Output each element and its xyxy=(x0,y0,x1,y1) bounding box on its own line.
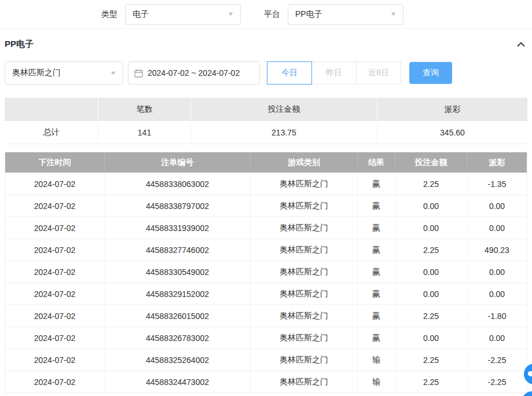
header-bet-id: 注单编号 xyxy=(105,152,251,173)
yesterday-button[interactable]: 昨日 xyxy=(311,61,357,85)
game-select-value: 奥林匹斯之门 xyxy=(12,68,61,78)
bet-id-cell: 44588326015002 xyxy=(105,305,251,327)
payout-cell: -2.25 xyxy=(467,371,527,393)
header-payout: 派彩 xyxy=(467,152,527,173)
table-row: 2024-07-02 44588338797002 奥林匹斯之门 赢 0.00 … xyxy=(5,195,527,217)
bet-id-cell: 44588324473002 xyxy=(105,371,251,393)
bet-id-cell: 44588326783002 xyxy=(105,327,251,349)
summary-header-payout: 派彩 xyxy=(377,98,527,121)
summary-header-amount: 投注金额 xyxy=(191,98,377,121)
bet-time-cell: 2024-07-02 xyxy=(5,283,105,305)
payout-cell: -2.25 xyxy=(467,349,527,371)
summary-header-row: 笔数 投注金额 派彩 xyxy=(5,98,527,121)
summary-table: 笔数 投注金额 派彩 总计 141 213.75 345.60 xyxy=(5,98,527,144)
amount-cell: 0.00 xyxy=(395,283,467,305)
summary-total-count: 141 xyxy=(98,121,191,144)
bet-time-cell: 2024-07-02 xyxy=(5,239,105,261)
bet-time-cell: 2024-07-02 xyxy=(5,195,105,217)
bet-id-cell: 44588331939002 xyxy=(105,217,251,239)
query-button[interactable]: 查询 xyxy=(409,62,452,84)
game-cell: 奥林匹斯之门 xyxy=(251,195,358,217)
bet-time-cell: 2024-07-02 xyxy=(5,327,105,349)
amount-cell: 2.25 xyxy=(395,305,467,327)
summary-total-label: 总计 xyxy=(5,121,98,144)
game-cell: 奥林匹斯之门 xyxy=(251,217,358,239)
bet-time-cell: 2024-07-02 xyxy=(5,305,105,327)
result-cell: 赢 xyxy=(358,239,395,261)
amount-cell: 2.25 xyxy=(395,173,467,195)
payout-cell: -1.35 xyxy=(467,173,527,195)
payout-cell: 0.00 xyxy=(467,195,527,217)
type-label: 类型 xyxy=(101,9,118,20)
collapse-chevron-up-icon[interactable] xyxy=(517,42,525,47)
payout-cell: 0.00 xyxy=(467,283,527,305)
amount-cell: 0.00 xyxy=(395,195,467,217)
amount-cell: 0.00 xyxy=(395,261,467,283)
game-cell: 奥林匹斯之门 xyxy=(251,239,358,261)
summary-total-amount: 213.75 xyxy=(191,121,377,144)
quick-range-group: 今日 昨日 近8日 xyxy=(267,61,401,85)
table-row: 2024-07-02 44588331939002 奥林匹斯之门 赢 0.00 … xyxy=(5,217,527,239)
game-cell: 奥林匹斯之门 xyxy=(251,371,358,393)
date-range-input[interactable]: 2024-07-02 ~ 2024-07-02 xyxy=(128,61,260,85)
result-cell: 赢 xyxy=(358,195,395,217)
summary-total-payout: 345.60 xyxy=(377,121,527,144)
amount-cell: 2.25 xyxy=(395,239,467,261)
calendar-icon xyxy=(134,69,143,78)
bet-id-cell: 44588329152002 xyxy=(105,283,251,305)
amount-cell: 2.25 xyxy=(395,371,467,393)
type-select-value: 电子 xyxy=(133,9,149,20)
result-cell: 赢 xyxy=(358,283,395,305)
last-8-days-button[interactable]: 近8日 xyxy=(356,61,401,85)
table-row: 2024-07-02 44588326015002 奥林匹斯之门 赢 2.25 … xyxy=(5,305,527,327)
summary-header-count: 笔数 xyxy=(98,98,191,121)
table-row: 2024-07-02 44588326783002 奥林匹斯之门 赢 0.00 … xyxy=(5,327,527,349)
filter-row: 奥林匹斯之门 ▼ 2024-07-02 ~ 2024-07-02 今日 昨日 近… xyxy=(0,57,532,85)
result-cell: 赢 xyxy=(358,261,395,283)
table-row: 2024-07-02 44588329152002 奥林匹斯之门 赢 0.00 … xyxy=(5,283,527,305)
table-row: 2024-07-02 44588324473002 奥林匹斯之门 输 2.25 … xyxy=(5,371,527,393)
header-bet-amount: 投注金额 xyxy=(395,152,467,173)
result-cell: 输 xyxy=(358,349,395,371)
payout-cell: 0.00 xyxy=(467,217,527,239)
result-cell: 赢 xyxy=(358,327,395,349)
type-select[interactable]: 电子 ▼ xyxy=(125,4,241,25)
platform-label: 平台 xyxy=(264,9,280,20)
header-game-type: 游戏类别 xyxy=(251,152,358,173)
game-cell: 奥林匹斯之门 xyxy=(251,261,358,283)
date-range-value: 2024-07-02 ~ 2024-07-02 xyxy=(148,68,240,78)
summary-header-empty xyxy=(5,98,98,121)
amount-cell: 2.25 xyxy=(395,349,467,371)
payout-cell: -1.80 xyxy=(467,305,527,327)
today-button[interactable]: 今日 xyxy=(267,61,312,85)
game-cell: 奥林匹斯之门 xyxy=(251,173,358,195)
platform-select[interactable]: PP电子 ▼ xyxy=(288,4,403,25)
platform-select-value: PP电子 xyxy=(295,9,322,20)
records-table: 下注时间 注单编号 游戏类别 结果 投注金额 派彩 2024-07-02 445… xyxy=(5,152,527,393)
payout-cell: 0.00 xyxy=(467,261,527,283)
bet-time-cell: 2024-07-02 xyxy=(5,349,105,371)
result-cell: 赢 xyxy=(358,305,395,327)
bet-time-cell: 2024-07-02 xyxy=(5,371,105,393)
bet-time-cell: 2024-07-02 xyxy=(5,217,105,239)
section-header: PP电子 xyxy=(0,29,532,57)
bet-time-cell: 2024-07-02 xyxy=(5,261,105,283)
game-cell: 奥林匹斯之门 xyxy=(251,305,358,327)
payout-cell: 490.23 xyxy=(467,239,527,261)
result-cell: 赢 xyxy=(358,217,395,239)
bet-id-cell: 44588325264002 xyxy=(105,349,251,371)
bet-id-cell: 44588338063002 xyxy=(105,173,251,195)
chevron-down-icon: ▼ xyxy=(109,71,116,76)
table-row: 2024-07-02 44588330549002 奥林匹斯之门 赢 0.00 … xyxy=(5,261,527,283)
game-cell: 奥林匹斯之门 xyxy=(251,349,358,371)
amount-cell: 0.00 xyxy=(395,327,467,349)
chevron-down-icon: ▼ xyxy=(227,12,234,17)
table-row: 2024-07-02 44588327746002 奥林匹斯之门 赢 2.25 … xyxy=(5,239,527,261)
table-row: 2024-07-02 44588338063002 奥林匹斯之门 赢 2.25 … xyxy=(5,173,527,195)
game-select[interactable]: 奥林匹斯之门 ▼ xyxy=(5,61,123,85)
top-filter-bar: 类型 电子 ▼ 平台 PP电子 ▼ xyxy=(0,0,532,29)
game-cell: 奥林匹斯之门 xyxy=(251,283,358,305)
section-title: PP电子 xyxy=(5,39,34,50)
bet-time-cell: 2024-07-02 xyxy=(5,173,105,195)
result-cell: 输 xyxy=(358,371,395,393)
